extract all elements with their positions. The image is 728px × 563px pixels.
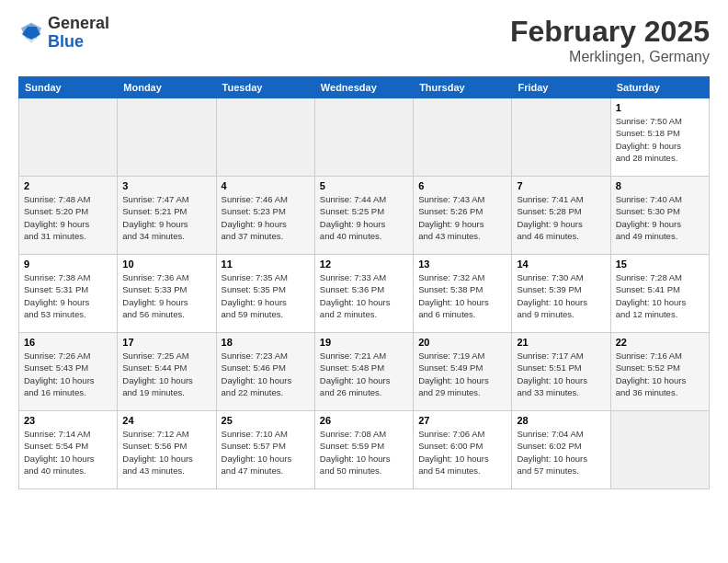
day-number: 11: [222, 259, 310, 270]
day-number: 22: [616, 337, 704, 348]
calendar-cell: 25Sunrise: 7:10 AM Sunset: 5:57 PM Dayli…: [216, 411, 314, 489]
day-info: Sunrise: 7:10 AM Sunset: 5:57 PM Dayligh…: [222, 428, 310, 477]
calendar-cell: 14Sunrise: 7:30 AM Sunset: 5:39 PM Dayli…: [512, 255, 610, 333]
day-info: Sunrise: 7:04 AM Sunset: 6:02 PM Dayligh…: [517, 428, 605, 477]
calendar-cell: 6Sunrise: 7:43 AM Sunset: 5:26 PM Daylig…: [414, 177, 512, 255]
calendar-cell: 9Sunrise: 7:38 AM Sunset: 5:31 PM Daylig…: [19, 255, 118, 333]
calendar-cell: 4Sunrise: 7:46 AM Sunset: 5:23 PM Daylig…: [216, 177, 314, 255]
day-info: Sunrise: 7:43 AM Sunset: 5:26 PM Dayligh…: [418, 193, 506, 242]
day-info: Sunrise: 7:16 AM Sunset: 5:52 PM Dayligh…: [616, 350, 704, 398]
day-number: 4: [222, 180, 310, 191]
day-info: Sunrise: 7:41 AM Sunset: 5:28 PM Dayligh…: [517, 193, 605, 242]
weekday-row: SundayMondayTuesdayWednesdayThursdayFrid…: [19, 77, 710, 98]
week-row: 9Sunrise: 7:38 AM Sunset: 5:31 PM Daylig…: [19, 255, 710, 333]
day-number: 12: [320, 259, 408, 270]
day-info: Sunrise: 7:35 AM Sunset: 5:35 PM Dayligh…: [222, 271, 310, 320]
weekday-header-saturday: Saturday: [610, 77, 709, 98]
location: Merklingen, Germany: [510, 49, 710, 65]
calendar-cell: 23Sunrise: 7:14 AM Sunset: 5:54 PM Dayli…: [19, 411, 118, 489]
calendar-cell: 7Sunrise: 7:41 AM Sunset: 5:28 PM Daylig…: [512, 177, 610, 255]
day-info: Sunrise: 7:06 AM Sunset: 6:00 PM Dayligh…: [418, 428, 506, 477]
calendar-cell: [216, 98, 314, 177]
day-number: 24: [122, 415, 210, 426]
logo-text: General Blue: [48, 15, 109, 52]
day-info: Sunrise: 7:40 AM Sunset: 5:30 PM Dayligh…: [616, 193, 704, 242]
day-number: 6: [418, 180, 506, 191]
calendar-cell: 19Sunrise: 7:21 AM Sunset: 5:48 PM Dayli…: [314, 333, 413, 411]
day-number: 15: [616, 259, 704, 270]
day-number: 21: [517, 337, 605, 348]
day-number: 13: [418, 259, 506, 270]
weekday-header-sunday: Sunday: [19, 77, 118, 98]
calendar-cell: 20Sunrise: 7:19 AM Sunset: 5:49 PM Dayli…: [414, 333, 512, 411]
logo: General Blue: [18, 15, 109, 52]
calendar-cell: 5Sunrise: 7:44 AM Sunset: 5:25 PM Daylig…: [314, 177, 413, 255]
week-row: 23Sunrise: 7:14 AM Sunset: 5:54 PM Dayli…: [19, 411, 710, 489]
day-info: Sunrise: 7:33 AM Sunset: 5:36 PM Dayligh…: [320, 271, 408, 320]
day-number: 27: [418, 415, 506, 426]
calendar-cell: 12Sunrise: 7:33 AM Sunset: 5:36 PM Dayli…: [314, 255, 413, 333]
weekday-header-monday: Monday: [118, 77, 216, 98]
weekday-header-tuesday: Tuesday: [216, 77, 314, 98]
day-info: Sunrise: 7:46 AM Sunset: 5:23 PM Dayligh…: [222, 193, 310, 242]
day-info: Sunrise: 7:30 AM Sunset: 5:39 PM Dayligh…: [517, 271, 605, 320]
calendar-cell: 22Sunrise: 7:16 AM Sunset: 5:52 PM Dayli…: [610, 333, 709, 411]
day-number: 14: [517, 259, 605, 270]
week-row: 1Sunrise: 7:50 AM Sunset: 5:18 PM Daylig…: [19, 98, 710, 177]
day-info: Sunrise: 7:23 AM Sunset: 5:46 PM Dayligh…: [222, 350, 310, 398]
calendar-cell: 18Sunrise: 7:23 AM Sunset: 5:46 PM Dayli…: [216, 333, 314, 411]
day-info: Sunrise: 7:38 AM Sunset: 5:31 PM Dayligh…: [24, 271, 112, 320]
day-info: Sunrise: 7:12 AM Sunset: 5:56 PM Dayligh…: [122, 428, 210, 477]
calendar-cell: 13Sunrise: 7:32 AM Sunset: 5:38 PM Dayli…: [414, 255, 512, 333]
day-number: 16: [24, 337, 112, 348]
day-number: 26: [320, 415, 408, 426]
logo-general: General: [48, 15, 109, 33]
calendar-cell: 26Sunrise: 7:08 AM Sunset: 5:59 PM Dayli…: [314, 411, 413, 489]
day-info: Sunrise: 7:21 AM Sunset: 5:48 PM Dayligh…: [320, 350, 408, 398]
day-number: 10: [122, 259, 210, 270]
day-info: Sunrise: 7:32 AM Sunset: 5:38 PM Dayligh…: [418, 271, 506, 320]
page-header: General Blue February 2025 Merklingen, G…: [18, 15, 710, 65]
week-row: 2Sunrise: 7:48 AM Sunset: 5:20 PM Daylig…: [19, 177, 710, 255]
calendar-cell: 1Sunrise: 7:50 AM Sunset: 5:18 PM Daylig…: [610, 98, 709, 177]
calendar-header: SundayMondayTuesdayWednesdayThursdayFrid…: [19, 77, 710, 98]
logo-icon: [18, 20, 44, 46]
day-number: 7: [517, 180, 605, 191]
calendar-cell: [314, 98, 413, 177]
day-info: Sunrise: 7:44 AM Sunset: 5:25 PM Dayligh…: [320, 193, 408, 242]
day-number: 5: [320, 180, 408, 191]
day-number: 9: [24, 259, 112, 270]
day-info: Sunrise: 7:36 AM Sunset: 5:33 PM Dayligh…: [122, 271, 210, 320]
day-info: Sunrise: 7:25 AM Sunset: 5:44 PM Dayligh…: [122, 350, 210, 398]
calendar-cell: 24Sunrise: 7:12 AM Sunset: 5:56 PM Dayli…: [118, 411, 216, 489]
calendar-table: SundayMondayTuesdayWednesdayThursdayFrid…: [18, 76, 710, 489]
day-info: Sunrise: 7:50 AM Sunset: 5:18 PM Dayligh…: [616, 115, 704, 164]
calendar-cell: [19, 98, 118, 177]
calendar-cell: [414, 98, 512, 177]
calendar-cell: 16Sunrise: 7:26 AM Sunset: 5:43 PM Dayli…: [19, 333, 118, 411]
calendar-cell: 17Sunrise: 7:25 AM Sunset: 5:44 PM Dayli…: [118, 333, 216, 411]
day-info: Sunrise: 7:14 AM Sunset: 5:54 PM Dayligh…: [24, 428, 112, 477]
calendar-cell: 28Sunrise: 7:04 AM Sunset: 6:02 PM Dayli…: [512, 411, 610, 489]
day-number: 2: [24, 180, 112, 191]
day-info: Sunrise: 7:28 AM Sunset: 5:41 PM Dayligh…: [616, 271, 704, 320]
calendar-cell: [118, 98, 216, 177]
logo-blue: Blue: [48, 33, 109, 52]
weekday-header-thursday: Thursday: [414, 77, 512, 98]
day-number: 20: [418, 337, 506, 348]
day-number: 1: [616, 102, 704, 113]
month-title: February 2025: [510, 15, 710, 49]
day-info: Sunrise: 7:26 AM Sunset: 5:43 PM Dayligh…: [24, 350, 112, 398]
week-row: 16Sunrise: 7:26 AM Sunset: 5:43 PM Dayli…: [19, 333, 710, 411]
calendar-cell: 27Sunrise: 7:06 AM Sunset: 6:00 PM Dayli…: [414, 411, 512, 489]
weekday-header-wednesday: Wednesday: [314, 77, 413, 98]
calendar-cell: 2Sunrise: 7:48 AM Sunset: 5:20 PM Daylig…: [19, 177, 118, 255]
day-info: Sunrise: 7:17 AM Sunset: 5:51 PM Dayligh…: [517, 350, 605, 398]
calendar-body: 1Sunrise: 7:50 AM Sunset: 5:18 PM Daylig…: [19, 98, 710, 489]
day-number: 25: [222, 415, 310, 426]
calendar-cell: 3Sunrise: 7:47 AM Sunset: 5:21 PM Daylig…: [118, 177, 216, 255]
day-info: Sunrise: 7:19 AM Sunset: 5:49 PM Dayligh…: [418, 350, 506, 398]
title-block: February 2025 Merklingen, Germany: [510, 15, 710, 65]
day-info: Sunrise: 7:48 AM Sunset: 5:20 PM Dayligh…: [24, 193, 112, 242]
day-number: 17: [122, 337, 210, 348]
